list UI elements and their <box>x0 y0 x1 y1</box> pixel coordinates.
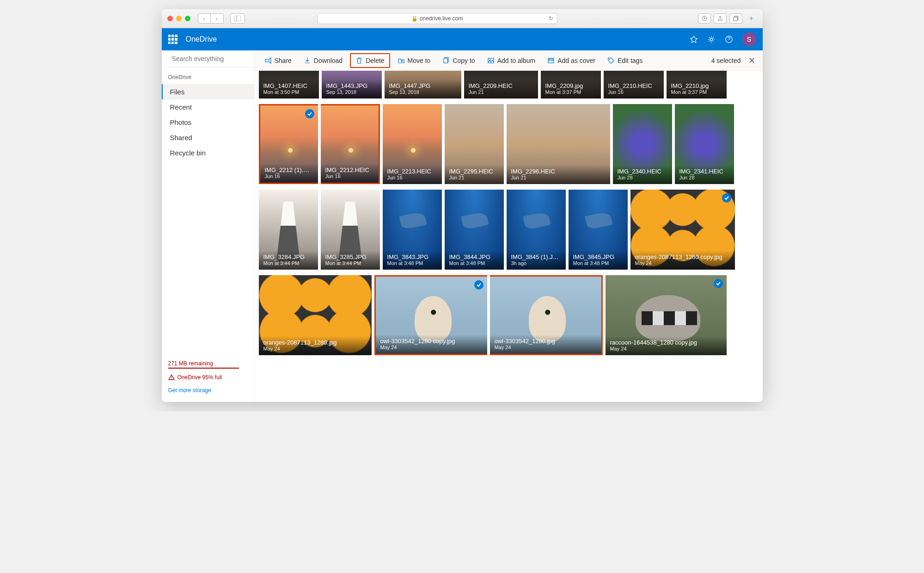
sidebar: OneDrive FilesRecentPhotosSharedRecycle … <box>162 50 254 402</box>
selection-check-icon[interactable] <box>722 193 731 203</box>
move-button[interactable]: Move to <box>393 54 435 67</box>
file-tile[interactable]: raccoon-1644538_1280 copy.jpgMay 24 <box>606 275 727 355</box>
share-browser-button[interactable] <box>714 13 727 24</box>
file-tile[interactable]: oranges-2087113_1280.jpgMay 24 <box>259 275 372 355</box>
file-date: Mon at 3:37 PM <box>671 89 722 95</box>
svg-point-15 <box>609 59 610 60</box>
file-date: Mon at 3:44 PM <box>263 260 313 266</box>
user-avatar[interactable]: S <box>742 32 756 46</box>
file-tile[interactable]: oranges-2087113_1280 copy.jpgMay 24 <box>630 190 735 270</box>
search-input[interactable] <box>172 55 253 62</box>
download-button[interactable]: Download <box>299 54 347 67</box>
trash-icon <box>355 57 363 64</box>
file-date: Mon at 3:37 PM <box>545 89 596 95</box>
close-window-button[interactable] <box>167 16 173 21</box>
file-tile[interactable]: IMG_1447.JPGSep 13, 2018 <box>385 71 461 99</box>
file-tile[interactable]: IMG_3285.JPGMon at 3:44 PM <box>321 190 380 270</box>
selection-check-icon[interactable] <box>474 280 483 290</box>
file-tile[interactable]: IMG_2210.HEICJun 16 <box>604 71 664 99</box>
premium-icon[interactable] <box>690 35 698 43</box>
sidebar-item-recent[interactable]: Recent <box>162 99 254 115</box>
file-date: Mon at 3:48 PM <box>449 260 499 266</box>
delete-button[interactable]: Delete <box>350 53 390 68</box>
storage-bar <box>168 368 239 369</box>
file-tile[interactable]: IMG_2213.HEICJun 16 <box>383 104 442 184</box>
file-tile[interactable]: IMG_3843.JPGMon at 3:48 PM <box>383 190 442 270</box>
sidebar-toggle-button[interactable] <box>230 13 245 24</box>
search-box[interactable] <box>162 50 254 68</box>
minimize-window-button[interactable] <box>176 16 182 21</box>
edit-tags-button[interactable]: Edit tags <box>603 54 647 67</box>
file-info: IMG_2295.HEICJun 21 <box>445 165 504 184</box>
file-tile[interactable]: IMG_2295.HEICJun 21 <box>445 104 504 184</box>
add-as-cover-button[interactable]: Add as cover <box>543 54 600 67</box>
folder-move-icon <box>398 57 405 64</box>
file-name: IMG_2212 (1).HEIC <box>265 166 313 173</box>
cover-icon <box>547 57 555 64</box>
file-info: IMG_2210.jpgMon at 3:37 PM <box>667 80 727 99</box>
file-tile[interactable]: IMG_2212 (1).HEICJun 16 <box>259 104 318 184</box>
new-tab-button[interactable]: + <box>746 13 757 24</box>
settings-icon[interactable] <box>707 35 716 43</box>
help-icon[interactable] <box>725 35 733 43</box>
file-tile[interactable]: owl-3303542_1280.jpgMay 24 <box>490 275 603 355</box>
back-button[interactable]: ‹ <box>198 13 211 24</box>
file-tile[interactable]: IMG_2212.HEICJun 16 <box>321 104 380 184</box>
download-icon <box>304 57 311 64</box>
clear-selection-button[interactable]: ✕ <box>747 55 757 66</box>
storage-warning: OneDrive 95% full <box>168 374 247 381</box>
file-tile[interactable]: IMG_2210.jpgMon at 3:37 PM <box>667 71 727 99</box>
onedrive-header: OneDrive S <box>162 28 763 50</box>
file-tile[interactable]: IMG_2209.HEICJun 21 <box>464 71 538 99</box>
file-info: IMG_3845 (1).JPG3h ago <box>507 251 566 270</box>
storage-panel: 271 MB remaining OneDrive 95% full Get m… <box>162 352 254 402</box>
file-tile[interactable]: IMG_3845.JPGMon at 3:48 PM <box>569 190 628 270</box>
browser-nav: ‹ › <box>198 13 224 24</box>
file-name: IMG_2341.HEIC <box>679 168 729 175</box>
share-button[interactable]: Share <box>260 54 296 67</box>
sidebar-item-files[interactable]: Files <box>162 84 254 99</box>
file-tile[interactable]: IMG_2341.HEICJun 28 <box>675 104 734 184</box>
selection-check-icon[interactable] <box>714 279 723 288</box>
copy-icon <box>442 57 450 64</box>
album-icon <box>487 57 495 64</box>
add-to-album-button[interactable]: Add to album <box>483 54 540 67</box>
downloads-button[interactable] <box>698 13 711 24</box>
sidebar-item-shared[interactable]: Shared <box>162 130 254 145</box>
file-date: Mon at 3:44 PM <box>325 260 375 266</box>
command-bar: Share Download Delete Move to Copy to <box>254 50 763 71</box>
svg-rect-14 <box>549 59 553 61</box>
file-info: IMG_2341.HEICJun 28 <box>675 165 734 184</box>
file-tile[interactable]: IMG_3845 (1).JPG3h ago <box>507 190 566 270</box>
file-info: IMG_3844.JPGMon at 3:48 PM <box>445 251 504 270</box>
selection-check-icon[interactable] <box>305 109 314 118</box>
file-info: IMG_2210.HEICJun 16 <box>604 80 664 99</box>
tabs-button[interactable] <box>729 13 742 24</box>
file-tile[interactable]: IMG_2296.HEICJun 21 <box>507 104 610 184</box>
get-storage-link[interactable]: Get more storage <box>168 387 247 394</box>
file-info: IMG_1407.HEICMon at 3:50 PM <box>259 80 319 99</box>
address-bar[interactable]: 🔒 onedrive.live.com ↻ <box>317 13 557 24</box>
file-tile[interactable]: owl-3303542_1280 copy.jpgMay 24 <box>374 275 487 355</box>
file-tile[interactable]: IMG_3284.JPGMon at 3:44 PM <box>259 190 318 270</box>
app-launcher-button[interactable] <box>168 35 177 44</box>
files-scroll[interactable]: IMG_1407.HEICMon at 3:50 PMIMG_1443.JPGS… <box>254 71 763 402</box>
file-date: Sep 13, 2018 <box>389 89 457 95</box>
sidebar-item-recycle-bin[interactable]: Recycle bin <box>162 145 254 160</box>
file-name: IMG_2295.HEIC <box>449 168 499 175</box>
refresh-icon[interactable]: ↻ <box>549 15 553 22</box>
file-tile[interactable]: IMG_2340.HEICJun 28 <box>613 104 672 184</box>
forward-button[interactable]: › <box>211 13 224 24</box>
file-name: oranges-2087113_1280 copy.jpg <box>635 253 730 260</box>
sidebar-item-photos[interactable]: Photos <box>162 115 254 130</box>
file-name: IMG_2210.jpg <box>671 82 722 89</box>
file-tile[interactable]: IMG_1443.JPGSep 13, 2018 <box>322 71 382 99</box>
file-tile[interactable]: IMG_3844.JPGMon at 3:48 PM <box>445 190 504 270</box>
maximize-window-button[interactable] <box>185 16 190 21</box>
file-name: IMG_1443.JPG <box>326 82 377 89</box>
file-tile[interactable]: IMG_1407.HEICMon at 3:50 PM <box>259 71 319 99</box>
file-tile[interactable]: IMG_2209.jpgMon at 3:37 PM <box>541 71 601 99</box>
copy-button[interactable]: Copy to <box>438 54 479 67</box>
file-date: Jun 21 <box>469 89 533 95</box>
file-info: IMG_3843.JPGMon at 3:48 PM <box>383 251 442 270</box>
